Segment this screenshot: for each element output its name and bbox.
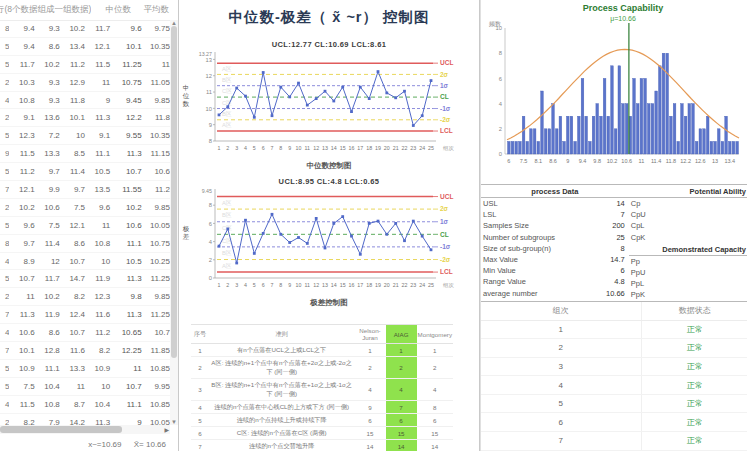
table-row: 410.68.610.711.210.6510.7: [0, 324, 170, 342]
process-data-table: process Data USL14LSL7Samples Size200Num…: [481, 185, 629, 301]
rule-value: 2: [191, 357, 209, 379]
svg-text:20: 20: [384, 145, 390, 151]
cell-mean: 11.85: [142, 346, 170, 355]
group-number-cell: 7: [481, 436, 641, 445]
table-row: 89.711.48.610.811.110.75: [0, 235, 170, 253]
svg-text:16: 16: [349, 282, 355, 288]
cell-value: 11.6: [60, 346, 85, 355]
group-number-cell: 2: [481, 343, 641, 352]
status-row: 4正常: [481, 376, 747, 395]
cell-clipped: 2: [0, 292, 9, 301]
rule-value: 4: [354, 379, 385, 401]
svg-text:6: 6: [507, 158, 510, 164]
cell-value: 10.7: [9, 274, 34, 283]
stat-label: Max Value: [483, 255, 518, 264]
rules-column-header: 准则: [209, 325, 354, 344]
rule-value: 7: [386, 401, 417, 414]
cell-value: 10.5: [85, 167, 110, 176]
cell-median: 10.7: [110, 167, 141, 176]
svg-text:19: 19: [375, 145, 381, 151]
svg-text:11: 11: [305, 282, 311, 288]
svg-text:9: 9: [566, 158, 569, 164]
cell-value: 11.3: [9, 310, 34, 319]
horizontal-scrollbar[interactable]: ▶: [0, 425, 170, 434]
table-row: 59.48.613.412.110.110.35: [0, 38, 170, 56]
rule-description: 连续的n个点交替地升降: [209, 440, 354, 451]
stat-label: CpU: [631, 210, 646, 219]
cell-value: 11.8: [60, 96, 85, 105]
table-row: 59.67.512.11110.610.05: [0, 217, 170, 235]
stat-value: 14.7: [610, 255, 625, 264]
cell-clipped: 5: [0, 167, 9, 176]
rule-description: 连续的n个点落在中心线CL的上方或下方 (同一侧): [209, 401, 354, 414]
stat-label: Pp: [631, 257, 640, 266]
page-title: 中位数-极差（ x̃ ~r） 控制图: [179, 8, 479, 27]
cell-value: 9.7: [60, 185, 85, 194]
cell-clipped: 2: [0, 418, 9, 425]
stat-label: average number: [483, 289, 538, 298]
svg-text:A区: A区: [222, 262, 232, 269]
scroll-down-icon[interactable]: ▼: [170, 419, 178, 425]
cell-mean: 9.85: [142, 203, 170, 212]
svg-text:21: 21: [393, 145, 399, 151]
svg-text:1σ: 1σ: [440, 218, 449, 225]
cell-median: 10.1: [110, 42, 141, 51]
svg-text:3: 3: [235, 282, 238, 288]
rule-value: 3: [191, 379, 209, 401]
cell-mean: 10.35: [142, 131, 170, 140]
group-number-cell: 5: [481, 399, 641, 408]
cell-value: 12.3: [9, 131, 34, 140]
horizontal-scroll-thumb[interactable]: [0, 426, 122, 433]
cell-value: 7.9: [35, 418, 60, 425]
svg-text:13: 13: [206, 57, 212, 63]
cell-value: 10.6: [35, 203, 60, 212]
cell-value: 7.5: [60, 203, 85, 212]
rule-value: 14: [417, 440, 453, 451]
left-table-body: 89.49.310.211.79.69.7559.48.613.412.110.…: [0, 20, 170, 425]
stat-value: 4.8: [614, 277, 624, 286]
rule-value: 15: [354, 427, 385, 440]
process-data-rows: USL14LSL7Samples Size200Number of subgro…: [481, 198, 629, 299]
table-row: 711.311.912.411.611.311.25: [0, 306, 170, 324]
rules-row: 5连续的n个点持续上升或持续下降666: [191, 414, 453, 427]
rule-value: 1: [191, 344, 209, 357]
process-data-header: process Data: [481, 185, 629, 198]
svg-text:25: 25: [428, 282, 434, 288]
process-capability-panel: Process Capabilityμ=10.66频数024681067.58.…: [480, 0, 747, 451]
svg-text:13.4: 13.4: [724, 158, 735, 164]
vertical-scrollbar[interactable]: ▲ ▼: [170, 20, 178, 425]
stat-label: PpU: [631, 268, 646, 277]
rule-value: 1: [417, 344, 453, 357]
demonstrated-capacity-header: Demonstrated Capacity: [629, 243, 747, 256]
scroll-right-icon[interactable]: ▶: [164, 426, 169, 433]
stat-value: 14: [616, 199, 624, 208]
rule-value: 2: [417, 357, 453, 379]
cell-value: 7.5: [35, 221, 60, 230]
cell-value: 8.5: [60, 149, 85, 158]
cell-value: 7.5: [9, 382, 34, 391]
stat-label: Range Value: [483, 277, 526, 286]
svg-text:9: 9: [209, 122, 212, 128]
rule-value: 6: [386, 414, 417, 427]
cell-value: 9.6: [85, 203, 110, 212]
svg-text:8.1: 8.1: [534, 158, 542, 164]
cell-value: 10: [85, 382, 110, 391]
svg-text:2: 2: [226, 145, 229, 151]
svg-text:位: 位: [183, 92, 190, 99]
svg-text:μ=10.66: μ=10.66: [610, 15, 636, 23]
cell-value: 9.1: [85, 131, 110, 140]
cell-value: 11.1: [85, 149, 110, 158]
process-data-row: Min Value6: [481, 265, 629, 276]
cell-value: 9.7: [35, 167, 60, 176]
cell-clipped: 5: [0, 60, 9, 69]
svg-text:11: 11: [305, 145, 311, 151]
cell-mean: 10.75: [142, 239, 170, 248]
svg-text:21: 21: [393, 282, 399, 288]
cell-clipped: 4: [0, 257, 9, 266]
svg-text:24: 24: [419, 282, 425, 288]
overall-mean-value: X̄= 10.66: [134, 440, 166, 449]
svg-text:0: 0: [209, 275, 212, 281]
vertical-scroll-thumb[interactable]: [171, 26, 177, 358]
rule-value: 6: [417, 414, 453, 427]
svg-text:10: 10: [296, 282, 302, 288]
